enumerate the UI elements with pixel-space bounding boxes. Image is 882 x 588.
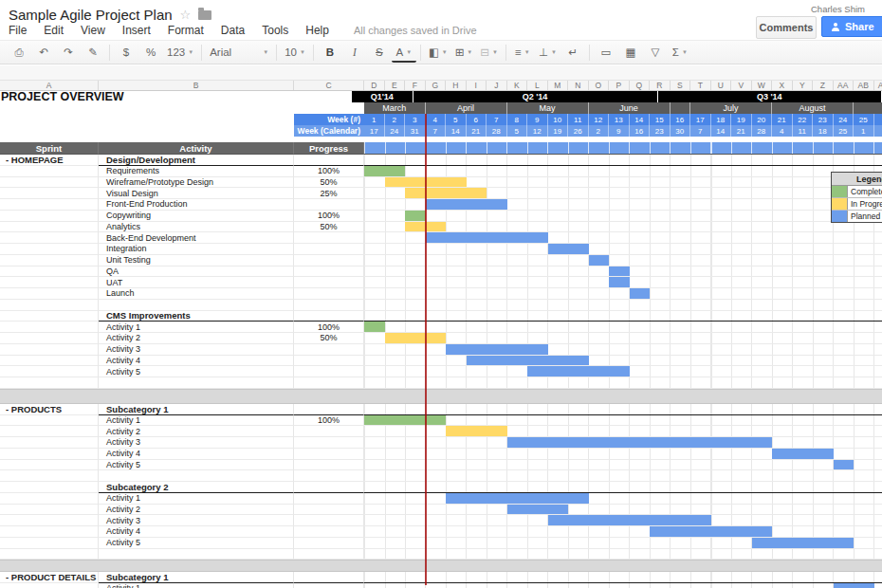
functions-icon[interactable]: Σ▼ xyxy=(668,43,692,62)
gantt-cell[interactable] xyxy=(364,449,882,460)
gantt-bar-planned[interactable] xyxy=(426,232,548,243)
gantt-cell[interactable] xyxy=(364,505,882,516)
activity-cell[interactable] xyxy=(99,549,294,560)
progress-cell[interactable] xyxy=(294,244,364,255)
gantt-bar-planned[interactable] xyxy=(426,199,507,210)
progress-cell[interactable]: 50% xyxy=(294,177,364,189)
progress-cell[interactable] xyxy=(294,526,364,538)
menu-format[interactable]: Format xyxy=(168,24,204,37)
column-header-N[interactable]: N xyxy=(568,81,589,90)
activity-cell[interactable]: Visual Design xyxy=(99,188,294,199)
week-number-cell[interactable]: 17 xyxy=(690,114,711,125)
font-family-select[interactable]: Arial▼ xyxy=(206,43,272,62)
gantt-cell[interactable] xyxy=(364,222,882,233)
activity-cell[interactable] xyxy=(99,300,294,311)
sprint-cell[interactable]: - PRODUCTS xyxy=(0,404,99,415)
activity-cell[interactable]: Back-End Development xyxy=(99,232,294,244)
week-calendar-cell[interactable]: 12 xyxy=(527,125,548,137)
gantt-cell[interactable] xyxy=(364,288,882,300)
sprint-cell[interactable] xyxy=(0,188,99,199)
gantt-bar-planned[interactable] xyxy=(446,493,589,504)
gantt-bar-planned[interactable] xyxy=(609,266,630,277)
sprint-cell[interactable] xyxy=(0,493,99,505)
activity-cell[interactable]: Activity 4 xyxy=(99,526,294,538)
column-header-R[interactable]: R xyxy=(650,81,671,90)
progress-cell[interactable] xyxy=(294,266,364,278)
month-cell[interactable]: May xyxy=(507,102,589,114)
activity-cell[interactable]: Activity 5 xyxy=(99,366,294,377)
column-header-A[interactable]: A xyxy=(0,81,99,90)
week-number-cell[interactable]: 12 xyxy=(589,114,610,125)
activity-cell[interactable]: Activity 3 xyxy=(99,515,294,526)
progress-cell[interactable]: 100% xyxy=(294,322,364,333)
gantt-bar-complete[interactable] xyxy=(364,415,446,426)
filter-icon[interactable]: ▽ xyxy=(643,43,668,62)
month-cell[interactable]: August xyxy=(772,102,854,114)
column-header-AC[interactable]: AC xyxy=(874,81,882,90)
week-calendar-cell[interactable]: 1 xyxy=(854,125,874,137)
week-calendar-cell[interactable]: 16 xyxy=(630,125,651,137)
week-number-cell[interactable]: 8 xyxy=(507,114,528,125)
sprint-cell[interactable] xyxy=(0,177,99,189)
activity-cell[interactable]: CMS Improvements xyxy=(99,311,294,322)
week-number-cell[interactable]: 2 xyxy=(385,114,406,125)
borders-icon[interactable]: ⊞▼ xyxy=(451,43,477,62)
activity-cell[interactable]: Unit Testing xyxy=(99,255,294,266)
sprint-cell[interactable] xyxy=(0,460,99,471)
activity-cell[interactable]: Activity 2 xyxy=(99,333,294,344)
progress-cell[interactable] xyxy=(294,344,364,356)
document-title[interactable]: Sample Agile Project Plan xyxy=(9,7,173,23)
week-number-cell[interactable]: 18 xyxy=(711,114,732,125)
gantt-cell[interactable] xyxy=(364,526,882,538)
column-header-G[interactable]: G xyxy=(426,81,447,90)
activity-cell[interactable]: QA xyxy=(99,266,294,278)
sprint-cell[interactable]: - PRODUCT DETAILS xyxy=(0,572,99,583)
menu-edit[interactable]: Edit xyxy=(44,24,64,37)
week-calendar-cell[interactable]: 2 xyxy=(589,125,610,137)
sprint-cell[interactable] xyxy=(0,426,99,437)
gantt-bar-complete[interactable] xyxy=(364,322,385,332)
progress-cell[interactable] xyxy=(294,426,364,437)
progress-cell[interactable]: 100% xyxy=(294,415,364,427)
week-number-cell[interactable]: 3 xyxy=(405,114,426,125)
redo-icon[interactable]: ↷ xyxy=(56,43,81,62)
gantt-cell[interactable] xyxy=(364,333,882,344)
week-number-cell[interactable]: 23 xyxy=(813,114,834,125)
insert-chart-icon[interactable]: ▦ xyxy=(618,43,643,62)
week-calendar-cell[interactable]: 19 xyxy=(548,125,569,137)
progress-cell[interactable] xyxy=(294,199,364,211)
gantt-cell[interactable] xyxy=(364,277,882,288)
week-calendar-cell[interactable]: 21 xyxy=(731,125,752,137)
week-number-cell[interactable]: 13 xyxy=(609,114,630,125)
progress-cell[interactable] xyxy=(294,549,364,560)
sprint-cell[interactable] xyxy=(0,255,99,266)
column-header-E[interactable]: E xyxy=(385,81,406,90)
gantt-bar-in_progress[interactable] xyxy=(385,333,447,343)
gantt-cell[interactable] xyxy=(364,377,882,389)
progress-cell[interactable] xyxy=(294,255,364,266)
column-header-J[interactable]: J xyxy=(487,81,507,90)
merge-cells-icon[interactable]: ⊟▼ xyxy=(476,43,502,62)
gantt-bar-planned[interactable] xyxy=(752,538,854,548)
currency-format-icon[interactable]: $ xyxy=(114,43,138,62)
gantt-bar-planned[interactable] xyxy=(467,356,589,366)
sprint-cell[interactable] xyxy=(0,377,99,389)
menu-data[interactable]: Data xyxy=(221,24,245,37)
sprint-cell[interactable] xyxy=(0,482,99,493)
gantt-cell[interactable] xyxy=(364,572,882,583)
column-header-AA[interactable]: AA xyxy=(834,81,854,90)
vertical-align-icon[interactable]: ⊥▼ xyxy=(535,43,560,62)
gantt-cell[interactable] xyxy=(364,188,882,199)
progress-cell[interactable]: 50% xyxy=(294,222,364,233)
month-cell[interactable] xyxy=(854,102,882,114)
strikethrough-icon[interactable]: S xyxy=(367,43,392,62)
progress-cell[interactable] xyxy=(294,515,364,526)
week-calendar-cell[interactable]: 7 xyxy=(426,125,447,137)
gantt-bar-planned[interactable] xyxy=(527,366,630,377)
sprint-cell[interactable] xyxy=(0,526,99,538)
column-header-P[interactable]: P xyxy=(609,81,630,90)
horizontal-align-icon[interactable]: ≡▼ xyxy=(510,43,535,62)
comments-button[interactable]: Comments xyxy=(756,16,817,39)
column-header-Y[interactable]: Y xyxy=(793,81,814,90)
week-number-cell[interactable]: 25 xyxy=(854,114,874,125)
